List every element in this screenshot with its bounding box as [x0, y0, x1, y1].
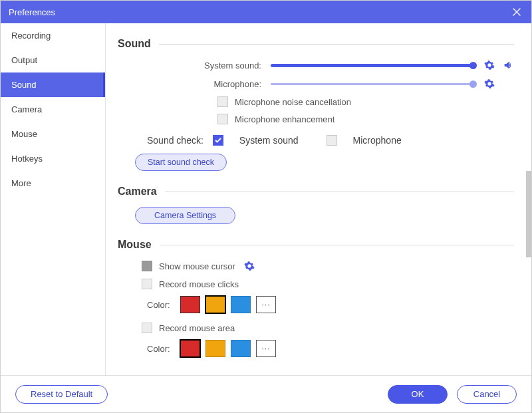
heading-text: Camera: [118, 186, 157, 198]
show-cursor-checkbox[interactable]: [142, 261, 152, 271]
scrollbar[interactable]: [526, 23, 531, 375]
sidebar-item-hotkeys[interactable]: Hotkeys: [1, 146, 105, 171]
window-title: Preferences: [9, 7, 510, 17]
gear-icon[interactable]: [483, 59, 495, 71]
sound-check-label: Sound check:: [147, 135, 203, 146]
sidebar: Recording Output Sound Camera Mouse Hotk…: [1, 23, 106, 375]
divider: [160, 245, 514, 245]
content-panel: Sound System sound: Microphone:: [106, 23, 526, 375]
gear-icon[interactable]: [483, 78, 495, 90]
divider: [165, 192, 514, 192]
gear-icon[interactable]: [243, 260, 255, 272]
sidebar-item-mouse[interactable]: Mouse: [1, 122, 105, 146]
close-icon[interactable]: [510, 5, 523, 19]
heading-text: Mouse: [118, 239, 152, 251]
scrollbar-thumb[interactable]: [526, 171, 531, 257]
titlebar: Preferences: [1, 1, 531, 23]
sidebar-item-sound[interactable]: Sound: [1, 72, 105, 97]
start-sound-check-button[interactable]: Start sound check: [135, 154, 227, 171]
record-area-checkbox[interactable]: [142, 323, 152, 333]
sidebar-item-output[interactable]: Output: [1, 48, 105, 72]
soundcheck-system-checkbox[interactable]: [213, 135, 223, 146]
system-sound-label: System sound:: [118, 61, 271, 70]
soundcheck-system-label: System sound: [239, 135, 299, 146]
sidebar-item-label: Output: [11, 55, 37, 65]
microphone-slider[interactable]: [271, 79, 477, 88]
sidebar-item-label: Hotkeys: [11, 154, 43, 164]
microphone-label: Microphone:: [118, 79, 271, 89]
record-clicks-checkbox[interactable]: [142, 279, 152, 289]
soundcheck-mic-label: Microphone: [353, 135, 402, 146]
soundcheck-mic-checkbox[interactable]: [327, 135, 337, 146]
color-swatch-orange[interactable]: [205, 340, 225, 357]
ok-button[interactable]: OK: [388, 385, 448, 404]
cancel-button[interactable]: Cancel: [457, 385, 517, 404]
heading-text: Sound: [118, 38, 151, 50]
enhancement-checkbox[interactable]: [217, 114, 228, 124]
section-heading-mouse: Mouse: [118, 239, 514, 251]
sidebar-item-label: Recording: [11, 31, 51, 41]
color-label: Color:: [147, 300, 168, 310]
color-swatch-red[interactable]: [180, 340, 200, 357]
color-swatch-orange[interactable]: [205, 296, 225, 313]
color-swatch-red[interactable]: [180, 296, 200, 313]
section-heading-camera: Camera: [118, 186, 514, 198]
record-area-label: Record mouse area: [159, 323, 235, 333]
footer: Reset to Default OK Cancel: [1, 375, 531, 412]
color-label: Color:: [147, 344, 168, 354]
divider: [159, 44, 514, 45]
noise-cancel-checkbox[interactable]: [217, 96, 228, 107]
color-swatch-blue[interactable]: [231, 340, 251, 357]
sidebar-item-camera[interactable]: Camera: [1, 97, 105, 122]
section-heading-sound: Sound: [118, 38, 514, 50]
sidebar-item-label: Mouse: [11, 129, 37, 139]
sidebar-item-label: Sound: [11, 80, 37, 90]
system-sound-slider[interactable]: [271, 61, 477, 70]
color-swatch-more[interactable]: ···: [256, 296, 276, 313]
color-swatch-blue[interactable]: [231, 296, 251, 313]
speaker-icon[interactable]: [502, 59, 514, 71]
sidebar-item-more[interactable]: More: [1, 171, 105, 196]
reset-to-default-button[interactable]: Reset to Default: [15, 385, 108, 404]
camera-settings-button[interactable]: Camera Settings: [135, 207, 235, 224]
sidebar-item-label: More: [11, 178, 31, 188]
sidebar-item-recording[interactable]: Recording: [1, 23, 105, 48]
show-cursor-label: Show mouse cursor: [159, 261, 235, 271]
sidebar-item-label: Camera: [11, 104, 42, 114]
noise-cancel-label: Microphone noise cancellation: [235, 97, 351, 107]
record-clicks-label: Record mouse clicks: [159, 279, 239, 289]
color-swatch-more[interactable]: ···: [256, 340, 276, 357]
enhancement-label: Microphone enhancement: [235, 114, 334, 124]
